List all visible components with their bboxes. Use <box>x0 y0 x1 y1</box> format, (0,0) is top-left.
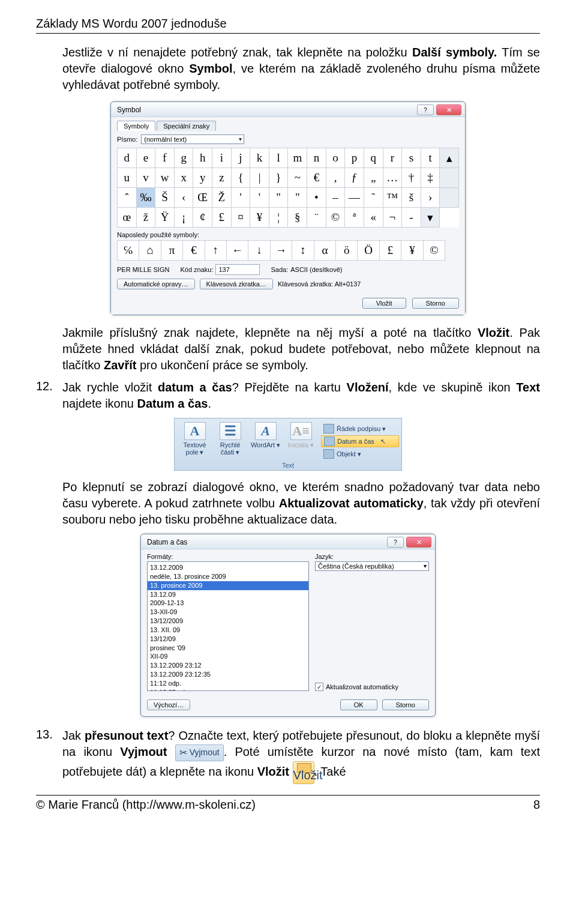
symbol-cell[interactable]: ª <box>345 208 364 228</box>
format-option[interactable]: prosinec '09 <box>148 644 308 653</box>
symbol-cell[interactable]: h <box>193 148 212 168</box>
recent-symbol-cell[interactable]: ¥ <box>401 241 423 261</box>
symbol-cell[interactable]: ‹ <box>174 188 193 208</box>
symbol-cell[interactable]: - <box>402 208 421 228</box>
tab-symbols[interactable]: Symboly <box>117 121 155 131</box>
recent-symbol-cell[interactable]: → <box>270 241 292 261</box>
symbol-cell[interactable]: ‡ <box>421 168 440 188</box>
language-select[interactable]: Čeština (Česká republika) <box>315 561 429 571</box>
symbol-cell[interactable]: q <box>364 148 383 168</box>
symbol-cell[interactable]: ' <box>250 188 269 208</box>
recent-symbol-cell[interactable]: ö <box>336 241 358 261</box>
format-option[interactable]: 2009-12-13 <box>148 599 308 608</box>
font-select[interactable]: (normální text) <box>141 134 244 144</box>
format-option[interactable]: 11:12 odp. <box>148 679 308 688</box>
symbol-cell[interactable]: k <box>250 148 269 168</box>
symbol-cell[interactable]: ˜ <box>364 188 383 208</box>
symbol-cell[interactable]: ¦ <box>269 208 288 228</box>
cancel-button[interactable]: Storno <box>412 298 459 309</box>
symbol-cell[interactable]: — <box>345 188 364 208</box>
set-select[interactable]: ASCII (desítkově) <box>290 266 362 273</box>
symbol-cell[interactable]: d <box>118 148 137 168</box>
recent-symbol-cell[interactable]: ↕ <box>292 241 314 261</box>
default-button[interactable]: Výchozí… <box>147 699 190 710</box>
scrollbar[interactable] <box>440 188 459 208</box>
symbol-cell[interactable]: s <box>402 148 421 168</box>
recent-symbol-cell[interactable]: ℅ <box>118 241 139 261</box>
symbol-cell[interactable]: š <box>402 188 421 208</box>
ok-button[interactable]: OK <box>340 699 377 710</box>
format-option[interactable]: 13.12.2009 23:12 <box>148 661 308 670</box>
code-input[interactable] <box>215 264 260 275</box>
symbol-cell[interactable]: p <box>345 148 364 168</box>
close-button[interactable]: ✕ <box>406 537 431 548</box>
format-option[interactable]: 13.12.09 <box>148 590 308 599</box>
symbol-cell[interactable]: v <box>136 168 155 188</box>
recent-symbol-cell[interactable]: α <box>314 241 335 261</box>
format-option[interactable]: 13.12.2009 <box>148 563 308 572</box>
signature-line-button[interactable]: Řádek podpisu ▾ <box>321 423 399 434</box>
symbol-cell[interactable]: ¨ <box>307 208 326 228</box>
symbol-cell[interactable]: y <box>193 168 212 188</box>
cancel-button[interactable]: Storno <box>382 699 429 710</box>
paste-ribbon-button[interactable]: Vložit <box>293 761 314 784</box>
symbol-cell[interactable]: ˆ <box>118 188 137 208</box>
symbol-cell[interactable]: " <box>269 188 288 208</box>
autocorrect-button[interactable]: Automatické opravy… <box>117 279 195 289</box>
recent-symbol-cell[interactable]: ⌂ <box>139 241 161 261</box>
symbol-cell[interactable]: ™ <box>383 188 402 208</box>
insert-button[interactable]: Vložit <box>362 298 406 309</box>
auto-update-checkbox[interactable]: ✓ <box>315 683 323 691</box>
symbol-cell[interactable]: w <box>155 168 175 188</box>
recent-symbol-cell[interactable]: £ <box>379 241 401 261</box>
symbol-cell[interactable]: g <box>174 148 193 168</box>
symbol-cell[interactable]: § <box>288 208 307 228</box>
scrollbar[interactable] <box>440 168 459 188</box>
format-option[interactable]: 13. prosince 2009 <box>148 581 308 590</box>
symbol-cell[interactable]: ¡ <box>174 208 193 228</box>
recent-symbol-cell[interactable]: € <box>183 241 205 261</box>
symbol-cell[interactable]: „ <box>364 168 383 188</box>
format-option[interactable]: XII-09 <box>148 652 308 661</box>
symbol-cell[interactable]: o <box>326 148 345 168</box>
recent-symbol-cell[interactable]: ↓ <box>248 241 270 261</box>
textbox-button[interactable]: A Textové pole ▾ <box>177 421 212 456</box>
format-option[interactable]: 11:12:35 odp. <box>148 688 308 691</box>
recent-symbol-cell[interactable]: Ö <box>358 241 379 261</box>
formats-listbox[interactable]: 13.12.2009neděle, 13. prosince 200913. p… <box>147 561 309 691</box>
symbol-cell[interactable]: z <box>212 168 232 188</box>
quickparts-button[interactable]: ☰ Rychlé části ▾ <box>212 421 248 456</box>
symbol-cell[interactable]: ¢ <box>193 208 212 228</box>
symbol-cell[interactable]: i <box>212 148 232 168</box>
symbol-cell[interactable]: ¬ <box>383 208 402 228</box>
format-option[interactable]: 13/12/09 <box>148 635 308 644</box>
symbol-cell[interactable]: € <box>307 168 326 188</box>
symbol-cell[interactable]: « <box>364 208 383 228</box>
symbol-cell[interactable]: Ÿ <box>155 208 175 228</box>
symbol-cell[interactable]: • <box>307 188 326 208</box>
help-button[interactable]: ? <box>387 537 404 548</box>
symbol-cell[interactable]: r <box>383 148 402 168</box>
format-option[interactable]: 13.12.2009 23:12:35 <box>148 670 308 679</box>
symbol-cell[interactable]: … <box>383 168 402 188</box>
format-option[interactable]: neděle, 13. prosince 2009 <box>148 572 308 581</box>
cut-ribbon-button[interactable]: ✂Vyjmout <box>175 744 224 761</box>
symbol-cell[interactable]: t <box>421 148 440 168</box>
tab-special-chars[interactable]: Speciální znaky <box>157 121 216 131</box>
symbol-cell[interactable]: { <box>231 168 250 188</box>
recent-symbol-cell[interactable]: © <box>423 241 445 261</box>
symbol-cell[interactable]: | <box>250 168 269 188</box>
symbol-cell[interactable]: Œ <box>193 188 212 208</box>
recent-symbol-cell[interactable]: ↑ <box>205 241 226 261</box>
object-button[interactable]: Objekt ▾ <box>321 448 399 459</box>
symbol-cell[interactable]: j <box>231 148 250 168</box>
symbol-cell[interactable]: x <box>174 168 193 188</box>
date-time-button[interactable]: Datum a čas↖ <box>321 435 399 447</box>
format-option[interactable]: 13. XII. 09 <box>148 626 308 635</box>
shortcut-button[interactable]: Klávesová zkratka… <box>200 279 273 289</box>
close-button[interactable]: ✕ <box>436 104 461 115</box>
symbol-cell[interactable]: , <box>326 168 345 188</box>
wordart-button[interactable]: A WordArt ▾ <box>248 421 283 448</box>
symbol-cell[interactable]: m <box>288 148 307 168</box>
symbol-cell[interactable]: ž <box>136 208 155 228</box>
